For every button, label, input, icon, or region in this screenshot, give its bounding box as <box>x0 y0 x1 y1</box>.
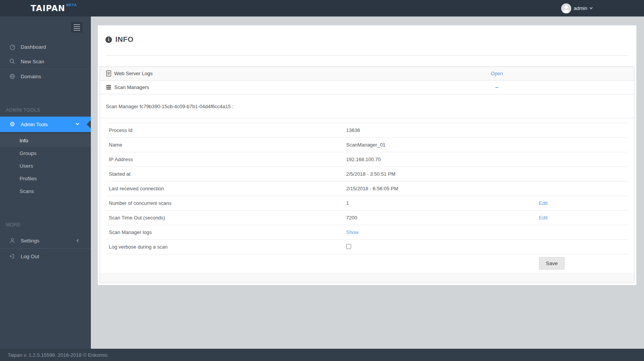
detail-value: 7200 <box>346 215 538 221</box>
panel-scan-managers: Scan Managers − <box>100 81 634 94</box>
save-row: Save <box>106 254 628 272</box>
detail-value: 192.168.100.70 <box>346 157 538 162</box>
user-silhouette-icon <box>561 3 571 13</box>
detail-label: Scan Manager logs <box>106 229 346 235</box>
card-header: i INFO <box>98 35 636 44</box>
chevron-left-icon <box>77 239 80 242</box>
avatar <box>561 3 571 13</box>
dashboard-icon <box>9 44 16 50</box>
logout-icon <box>9 253 16 259</box>
chevron-down-icon <box>590 6 593 9</box>
table-row: Name ScanManager_01 <box>106 138 628 152</box>
detail-label: Scan Time Out (seconds) <box>106 215 346 221</box>
edit-link[interactable]: Edit <box>539 200 547 206</box>
beta-badge: BETA <box>66 3 77 7</box>
detail-label: Number of concurrent scans <box>106 200 346 206</box>
table-row: IP Address 192.168.100.70 <box>106 152 628 167</box>
footer-text: Taipan v. 1.2.5.15598. 2016-2018 © Enkom… <box>8 352 109 358</box>
sidebar-item-log-out[interactable]: Log Out <box>0 249 91 264</box>
app-logo[interactable]: TAIPAN BETA <box>31 4 77 13</box>
list-icon <box>106 84 112 90</box>
section-label-more: MORE <box>0 222 91 227</box>
sidebar-subitem-profiles[interactable]: Profiles <box>0 172 91 185</box>
sidebar-subitem-users[interactable]: Users <box>0 160 91 172</box>
subitem-label: Users <box>20 163 33 169</box>
table-row: Log verbose during a scan <box>106 240 628 254</box>
search-icon <box>9 58 16 64</box>
panel-footer-strip <box>100 273 634 283</box>
app-footer: Taipan v. 1.2.5.15598. 2016-2018 © Enkom… <box>0 349 644 361</box>
table-row: Number of concurrent scans 1 Edit <box>106 196 628 211</box>
panel-label: Scan Managers <box>114 84 149 90</box>
detail-value: 1 <box>346 200 538 206</box>
sidebar: Dashboard New Scan <box>0 16 91 349</box>
save-button[interactable]: Save <box>539 257 565 270</box>
chevron-down-icon <box>76 122 79 125</box>
person-icon <box>9 237 16 244</box>
scan-manager-panel-body: Scan Manager fc79b390-15cb-4c09-b7b1-04d… <box>100 94 634 283</box>
sidebar-item-label: Settings <box>21 238 39 244</box>
table-row: Started at 2/5/2018 - 3:50:51 PM <box>106 167 628 181</box>
subitem-label: Profiles <box>20 176 37 181</box>
detail-label: Process Id <box>106 127 346 133</box>
username-label: admin <box>574 5 587 11</box>
edit-link[interactable]: Edit <box>539 215 547 221</box>
info-circle-icon: i <box>105 36 112 43</box>
subitem-label: Info <box>20 138 28 143</box>
scan-manager-heading: Scan Manager fc79b390-15cb-4c09-b7b1-04d… <box>100 94 634 118</box>
detail-label: Last received connection <box>106 186 346 191</box>
subitem-label: Groups <box>20 150 36 156</box>
table-row: Process Id 13636 <box>106 123 628 138</box>
accordion: Web Server Logs Open <box>100 66 634 283</box>
detail-label: IP Address <box>106 157 346 162</box>
table-row: Last received connection 2/15/2018 - 6:5… <box>106 181 628 196</box>
sidebar-item-label: New Scan <box>21 59 44 64</box>
details-table: Process Id 13636 Name ScanManager_01 IP … <box>106 123 628 272</box>
info-card: i INFO <box>98 25 636 285</box>
header-divider <box>105 55 629 56</box>
table-row: Scan Manager logs Show <box>106 225 628 240</box>
globe-icon <box>9 73 16 79</box>
sidebar-item-admin-tools[interactable]: ⚙ Admin Tools <box>0 117 91 132</box>
logo-text: TAIPAN <box>31 4 65 13</box>
detail-value: 2/15/2018 - 6:56:05 PM <box>346 186 538 191</box>
active-item-notch <box>87 120 91 129</box>
sidebar-item-new-scan[interactable]: New Scan <box>0 54 91 69</box>
sidebar-subitem-groups[interactable]: Groups <box>0 147 91 160</box>
table-row: Scan Time Out (seconds) 7200 Edit <box>106 211 628 225</box>
log-verbose-checkbox[interactable] <box>346 244 351 249</box>
section-label-admin-tools: ADMIN TOOLS <box>0 107 91 113</box>
gear-icon: ⚙ <box>9 121 16 127</box>
sidebar-subitem-info[interactable]: Info <box>0 134 91 147</box>
open-link[interactable]: Open <box>491 71 503 76</box>
panel-label: Web Server Logs <box>114 71 153 76</box>
sidebar-item-label: Admin Tools <box>21 122 48 127</box>
user-menu[interactable]: admin <box>561 3 592 13</box>
sidebar-toggle-button[interactable] <box>71 22 82 33</box>
sidebar-item-label: Dashboard <box>21 44 46 50</box>
content-area: i INFO <box>91 16 644 349</box>
app-window: TAIPAN BETA admin <box>0 0 644 361</box>
top-navbar: TAIPAN BETA admin <box>0 0 644 16</box>
sidebar-item-label: Domains <box>21 74 41 79</box>
detail-value: 2/5/2018 - 3:50:51 PM <box>346 171 538 177</box>
detail-value: ScanManager_01 <box>346 142 538 148</box>
panel-web-server-logs: Web Server Logs Open <box>100 67 634 81</box>
detail-label: Name <box>106 142 346 148</box>
sidebar-item-domains[interactable]: Domains <box>0 69 91 84</box>
sidebar-subitem-scans[interactable]: Scans <box>0 185 91 198</box>
sidebar-item-settings[interactable]: Settings <box>0 233 91 248</box>
sidebar-item-dashboard[interactable]: Dashboard <box>0 40 91 54</box>
detail-label: Log verbose during a scan <box>106 244 346 250</box>
collapse-link[interactable]: − <box>495 84 499 91</box>
detail-value: 13636 <box>346 127 538 133</box>
page-title: INFO <box>115 35 133 44</box>
subitem-label: Scans <box>20 188 34 194</box>
detail-label: Started at <box>106 171 346 177</box>
file-text-icon <box>106 70 112 77</box>
show-link[interactable]: Show <box>346 229 359 235</box>
sidebar-item-label: Log Out <box>21 254 39 259</box>
